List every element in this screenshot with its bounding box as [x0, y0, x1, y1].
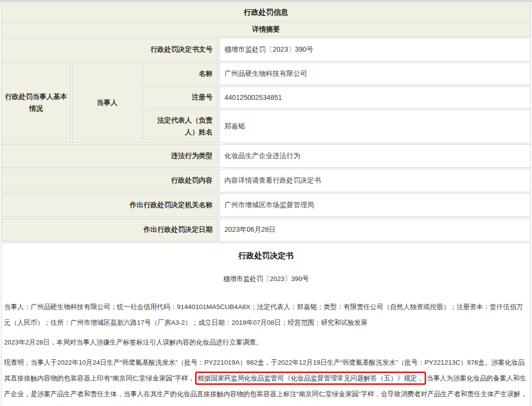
party-legal-rep-value: 郑嘉铭	[219, 110, 531, 143]
deciding-authority-label: 作出行政处罚决定机关名称	[1, 193, 218, 217]
decision-doc-number-label: 行政处罚决定书文号	[1, 38, 218, 62]
deciding-authority-value: 广州市增城区市场监督管理局	[219, 193, 531, 217]
penalty-content-value: 内容详情请查看行政处罚决定书	[219, 169, 531, 192]
red-highlight-box: 根据国家药监局化妆品监管司《化妆品监督管理常见问题解答（五）》规定，	[195, 372, 426, 385]
party-regno-value: 440125002534851	[219, 86, 531, 109]
decision-document-section: 行政处罚决定书 穗增市监处罚〔2023〕390号 当事人：广州品硬生物科技有限公…	[1, 243, 531, 406]
decision-date-value: 2023年06月28日	[219, 218, 531, 242]
penalty-info-table: 行政处罚信息 详情摘要 行政处罚决定书文号 穗增市监处罚〔2023〕390号 行…	[0, 2, 532, 406]
party-name-label: 名称	[143, 62, 218, 85]
violation-type-value: 化妆品生产企业违法行为	[219, 144, 531, 168]
party-basic-info-group-label: 行政处罚当事人基本情况	[1, 62, 71, 143]
decision-document-number: 穗增市监处罚〔2023〕390号	[4, 275, 528, 283]
paragraph-party-info: 当事人：广州品硬生物科技有限公司；统一社会信用代码：91440101MA5CUB…	[4, 299, 528, 330]
decision-document-body: 当事人：广州品硬生物科技有限公司；统一社会信用代码：91440101MA5CUB…	[4, 299, 528, 406]
party-name-value: 广州品硬生物科技有限公司	[219, 62, 531, 85]
party-regno-label: 注册号	[143, 86, 218, 109]
paragraph-case-opening: 2023年2月28日，本局对当事人涉嫌生产标签标注引人误解内容的化妆品进行立案调…	[4, 335, 528, 350]
page-title: 行政处罚信息	[1, 3, 531, 21]
decision-doc-number-value: 穗增市监处罚〔2023〕390号	[219, 38, 531, 62]
party-legal-rep-label: 法定代表人（负责人）姓名	[143, 110, 218, 143]
decision-date-label: 作出行政处罚决定日期	[1, 218, 218, 242]
paragraph-findings: 现查明，当事人于2022年10月24日生产“韩鹭氨基酸洗发水”（批号：PY221…	[4, 355, 528, 406]
party-role-label: 当事人	[72, 62, 142, 143]
decision-document-title: 行政处罚决定书	[4, 251, 528, 261]
summary-section-title: 详情摘要	[1, 22, 531, 37]
violation-type-label: 违法行为类型	[1, 144, 218, 168]
penalty-content-label: 行政处罚内容	[1, 169, 218, 192]
